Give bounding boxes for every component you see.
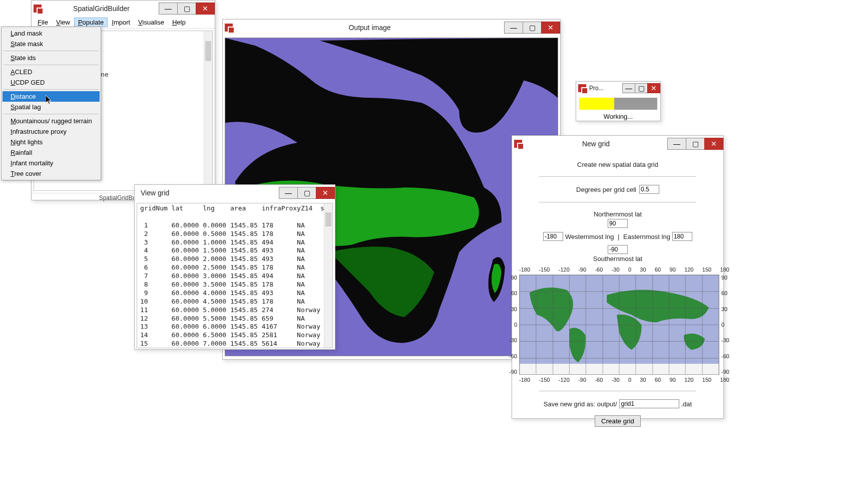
axis-tick: -60 <box>595 377 603 383</box>
axis-tick: -120 <box>559 377 570 383</box>
minimize-button[interactable]: — <box>667 138 686 150</box>
output-titlebar[interactable]: Output image — ▢ ✕ <box>223 20 560 36</box>
axis-tick: -30 <box>721 337 729 343</box>
maximize-button[interactable]: ▢ <box>686 138 705 150</box>
save-prefix: Save new grid as: output/ <box>544 400 617 408</box>
west-input[interactable] <box>543 232 563 241</box>
deg-label: Degrees per grid cell <box>576 186 636 193</box>
axis-tick: -60 <box>595 267 603 273</box>
save-filename-input[interactable] <box>619 399 679 408</box>
close-button[interactable]: ✕ <box>196 3 215 15</box>
axis-tick: 60 <box>511 290 517 296</box>
axis-tick: 120 <box>684 267 693 273</box>
menu-view[interactable]: View <box>52 18 74 27</box>
populate-item-night-lights[interactable]: Night lights <box>3 137 100 147</box>
menu-visualise[interactable]: Visualise <box>134 18 168 27</box>
axis-tick: -30 <box>612 267 620 273</box>
viewgrid-titlebar[interactable]: View grid — ▢ ✕ <box>135 185 335 201</box>
axis-tick: 0 <box>628 267 631 273</box>
axis-tick: -150 <box>539 267 550 273</box>
close-button[interactable]: ✕ <box>704 138 723 150</box>
minimize-button[interactable]: — <box>504 22 523 34</box>
newgrid-titlebar[interactable]: New grid — ▢ ✕ <box>512 136 723 152</box>
populate-item-tree-cover[interactable]: Tree cover <box>3 168 100 179</box>
create-grid-button[interactable]: Create grid <box>595 415 641 427</box>
populate-item-state-mask[interactable]: State mask <box>3 39 100 49</box>
axis-tick: 90 <box>670 377 676 383</box>
world-map-selector[interactable] <box>519 275 719 375</box>
axis-tick: -90 <box>509 369 517 375</box>
close-button[interactable]: ✕ <box>316 187 335 199</box>
axis-tick: -180 <box>519 377 530 383</box>
maximize-button[interactable]: ▢ <box>177 3 196 15</box>
populate-dropdown: Land maskState maskState idsACLEDUCDP GE… <box>1 27 101 180</box>
axis-tick: 150 <box>702 377 711 383</box>
populate-item-state-ids[interactable]: State ids <box>3 53 100 63</box>
app-icon <box>578 84 586 92</box>
populate-item-land-mask[interactable]: Land mask <box>3 28 100 39</box>
grid-scrollbar[interactable] <box>324 203 332 348</box>
north-input[interactable] <box>608 219 628 228</box>
menu-populate[interactable]: Populate <box>74 18 108 27</box>
axis-tick: -30 <box>612 377 620 383</box>
populate-item-ucdp-ged[interactable]: UCDP GED <box>3 77 100 88</box>
main-titlebar[interactable]: SpatialGridBuilder — ▢ ✕ <box>32 1 215 17</box>
x-axis-bottom: -180-150-120-90-60-300306090120150180 <box>519 377 729 383</box>
minimize-button[interactable]: — <box>159 3 178 15</box>
east-label: Easternmost lng <box>623 233 670 240</box>
populate-item-spatial-lag[interactable]: Spatial lag <box>3 102 100 112</box>
axis-tick: 90 <box>670 267 676 273</box>
progress-fill <box>579 98 614 110</box>
populate-item-acled[interactable]: ACLED <box>3 67 100 77</box>
close-button[interactable]: ✕ <box>647 83 660 93</box>
menu-import[interactable]: Import <box>108 18 134 27</box>
axis-tick: 180 <box>720 267 729 273</box>
axis-tick: 180 <box>720 377 729 383</box>
console-scrollbar[interactable] <box>204 31 212 190</box>
menu-help[interactable]: Help <box>168 18 190 27</box>
axis-tick: 60 <box>721 290 727 296</box>
populate-item-rainfall[interactable]: Rainfall <box>3 147 100 158</box>
menu-file[interactable]: File <box>34 18 52 27</box>
north-label: Northernmost lat <box>594 210 642 218</box>
app-icon <box>34 5 42 13</box>
y-axis-right: 9060300-30-60-90 <box>721 275 732 375</box>
viewgrid-title: View grid <box>137 189 279 197</box>
progress-titlebar[interactable]: Pro... — ▢ ✕ <box>576 82 660 95</box>
output-title: Output image <box>235 24 505 32</box>
minimize-button[interactable]: — <box>279 187 298 199</box>
populate-item-mountainous-rugged-terrain[interactable]: Mountainous/ rugged terrain <box>3 116 100 126</box>
axis-tick: 30 <box>640 267 646 273</box>
progress-window: Pro... — ▢ ✕ Working... <box>576 81 661 121</box>
axis-tick: -30 <box>509 337 517 343</box>
maximize-button[interactable]: ▢ <box>635 83 648 93</box>
new-grid-window: New grid — ▢ ✕ Create new spatial data g… <box>512 135 724 419</box>
axis-tick: -60 <box>721 353 729 359</box>
axis-tick: -90 <box>721 369 729 375</box>
menu-separator <box>4 114 99 114</box>
south-input[interactable] <box>608 245 628 254</box>
axis-tick: 30 <box>511 306 517 312</box>
populate-item-infrastructure-proxy[interactable]: Infrastructure proxy <box>3 126 100 137</box>
axis-tick: -120 <box>559 267 570 273</box>
maximize-button[interactable]: ▢ <box>523 22 542 34</box>
minimize-button[interactable]: — <box>622 83 635 93</box>
axis-tick: 60 <box>655 377 661 383</box>
newgrid-heading: Create new spatial data grid <box>577 161 658 168</box>
axis-tick: 0 <box>628 377 631 383</box>
maximize-button[interactable]: ▢ <box>297 187 316 199</box>
close-button[interactable]: ✕ <box>541 22 560 34</box>
axis-tick: 30 <box>640 377 646 383</box>
axis-tick: 60 <box>655 267 661 273</box>
progress-label: Working... <box>576 113 660 122</box>
menu-separator <box>4 89 99 90</box>
menu-separator <box>4 65 99 65</box>
populate-item-infant-mortality[interactable]: Infant mortality <box>3 158 100 168</box>
axis-tick: 90 <box>721 275 727 281</box>
east-input[interactable] <box>672 232 692 241</box>
app-icon <box>225 24 233 32</box>
axis-tick: 0 <box>721 322 724 328</box>
grid-table: gridNum lat lng area infraProxyZ14 state… <box>137 203 332 348</box>
deg-input[interactable] <box>639 185 659 194</box>
populate-item-distance[interactable]: Distance <box>3 91 100 102</box>
